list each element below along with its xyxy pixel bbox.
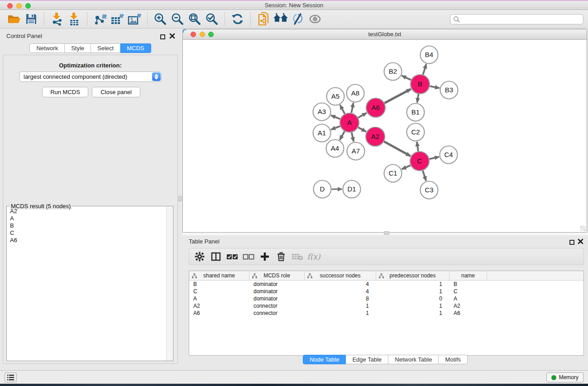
- graph-edge-C-C1[interactable]: [402, 165, 411, 169]
- graph-node-D1[interactable]: D1: [343, 181, 361, 198]
- table-cell[interactable]: A6: [449, 310, 487, 317]
- mcds-result-list[interactable]: A2ABCA6: [7, 208, 167, 360]
- graph-node-A3[interactable]: A3: [313, 103, 331, 121]
- float-table-panel-icon[interactable]: [569, 238, 574, 247]
- task-history-button[interactable]: [5, 372, 17, 382]
- table-cell[interactable]: A: [449, 295, 487, 302]
- column-header-MCDS-role[interactable]: MCDS role: [249, 271, 305, 280]
- close-table-panel-icon[interactable]: [578, 238, 583, 246]
- table-cell[interactable]: A2: [449, 302, 487, 310]
- close-panel-button[interactable]: Close panel: [92, 87, 140, 97]
- result-list-item[interactable]: A2: [7, 208, 167, 215]
- table-cell[interactable]: 1: [376, 310, 449, 317]
- graph-edge-C-C2[interactable]: [417, 142, 418, 151]
- gear-icon[interactable]: [193, 250, 206, 263]
- graph-edge-A-A5[interactable]: [340, 105, 344, 114]
- float-panel-icon[interactable]: [160, 33, 165, 41]
- graph-node-A2[interactable]: A2: [366, 127, 385, 146]
- graph-edge-A-A8[interactable]: [351, 103, 353, 113]
- table-cell[interactable]: A2: [189, 302, 249, 310]
- graph-edge-C-C3[interactable]: [423, 171, 426, 181]
- table-cell[interactable]: 1: [305, 302, 376, 310]
- graph-node-A4[interactable]: A4: [326, 140, 344, 157]
- zoom-selected-icon[interactable]: [203, 11, 220, 27]
- export-image-icon[interactable]: [126, 11, 143, 27]
- graph-edge-A2-C[interactable]: [384, 142, 411, 156]
- memory-button[interactable]: Memory: [546, 372, 583, 382]
- table-row[interactable]: Adominator80A: [189, 295, 583, 302]
- tab-select[interactable]: Select: [91, 43, 120, 53]
- resize-grip-icon[interactable]: [580, 226, 586, 231]
- hide-details-icon[interactable]: [289, 11, 306, 27]
- table-cell[interactable]: connector: [249, 302, 305, 310]
- network-canvas[interactable]: B4B2BB3A5A8A6B1A3AC2A1A2A4A7C4CC1C3DD1: [183, 40, 587, 232]
- graph-node-B[interactable]: B: [411, 75, 430, 94]
- table-cell[interactable]: C: [189, 288, 249, 295]
- vertical-splitter[interactable]: [178, 29, 182, 370]
- graph-edge-A-A1[interactable]: [331, 126, 340, 130]
- search-input[interactable]: [450, 14, 583, 24]
- zoom-fit-icon[interactable]: [186, 11, 203, 27]
- network-graph[interactable]: B4B2BB3A5A8A6B1A3AC2A1A2A4A7C4CC1C3DD1: [183, 40, 587, 232]
- column-header-name[interactable]: name: [449, 271, 487, 280]
- graph-node-A7[interactable]: A7: [347, 143, 365, 160]
- save-session-icon[interactable]: [23, 11, 40, 27]
- graph-node-A8[interactable]: A8: [347, 85, 364, 102]
- graph-edge-A-A6[interactable]: [358, 113, 367, 118]
- minimize-window-icon[interactable]: [16, 3, 22, 9]
- maximize-network-icon[interactable]: [208, 32, 214, 37]
- tab-style[interactable]: Style: [65, 43, 91, 53]
- table-cell[interactable]: connector: [249, 310, 305, 317]
- graph-node-C2[interactable]: C2: [407, 124, 425, 141]
- graph-edge-B-B1[interactable]: [417, 94, 418, 103]
- tab-edge-table[interactable]: Edge Table: [346, 355, 388, 364]
- table-row[interactable]: Bdominator41B: [189, 281, 583, 288]
- result-list-item[interactable]: A: [7, 215, 167, 222]
- table-cell[interactable]: dominator: [249, 295, 305, 302]
- column-header-shared-name[interactable]: shared name: [189, 271, 249, 280]
- table-row[interactable]: Cdominator41C: [189, 288, 583, 295]
- deselect-all-icon[interactable]: [242, 250, 255, 263]
- result-scrollbar[interactable]: [166, 207, 172, 361]
- graph-edge-B-B3[interactable]: [430, 86, 440, 88]
- tab-node-table[interactable]: Node Table: [303, 355, 346, 364]
- table-row[interactable]: A2connector11A2: [189, 302, 583, 310]
- table-cell[interactable]: 1: [376, 288, 449, 295]
- run-mcds-button[interactable]: Run MCDS: [42, 87, 88, 97]
- close-panel-icon[interactable]: [169, 33, 175, 41]
- tab-mcds[interactable]: MCDS: [120, 43, 151, 53]
- table-cell[interactable]: 4: [305, 281, 376, 288]
- table-row[interactable]: A6connector11A6: [189, 310, 583, 317]
- tab-motifs[interactable]: Motifs: [439, 355, 468, 364]
- search-field[interactable]: [450, 14, 583, 24]
- refresh-icon[interactable]: [229, 11, 246, 27]
- trash-icon[interactable]: [274, 250, 288, 263]
- zoom-in-icon[interactable]: [152, 11, 169, 27]
- function-icon[interactable]: f(x): [307, 250, 320, 263]
- graph-edge-A6-B[interactable]: [384, 89, 411, 103]
- table-cell[interactable]: dominator: [249, 281, 305, 288]
- node-table[interactable]: shared nameMCDS rolesuccessor nodesprede…: [189, 271, 584, 356]
- minimize-network-icon[interactable]: [200, 32, 205, 37]
- graph-node-A5[interactable]: A5: [327, 88, 344, 105]
- column-header-successor-nodes[interactable]: successor nodes: [305, 271, 376, 280]
- graph-node-A[interactable]: A: [340, 113, 359, 132]
- graph-node-D[interactable]: D: [314, 181, 331, 198]
- table-cell[interactable]: 1: [376, 302, 449, 310]
- tab-network-table[interactable]: Network Table: [388, 355, 439, 364]
- table-cell[interactable]: 1: [305, 310, 376, 317]
- table-cell[interactable]: 0: [376, 295, 449, 302]
- export-network-icon[interactable]: [91, 11, 109, 27]
- graph-node-B3[interactable]: B3: [440, 81, 458, 99]
- column-header-predecessor-nodes[interactable]: predecessor nodes: [376, 271, 449, 280]
- table-body[interactable]: Bdominator41BCdominator41CAdominator80AA…: [189, 281, 583, 317]
- graph-edge-A-A2[interactable]: [358, 128, 366, 132]
- graph-edge-B-B2[interactable]: [402, 76, 411, 80]
- columns-icon[interactable]: [209, 250, 223, 263]
- table-cell[interactable]: B: [189, 281, 249, 288]
- network-window-titlebar[interactable]: testGlobe.txt: [183, 29, 587, 40]
- add-column-icon[interactable]: [258, 250, 272, 263]
- result-list-item[interactable]: C: [7, 229, 167, 237]
- open-file-icon[interactable]: [5, 11, 23, 27]
- close-network-icon[interactable]: [191, 32, 196, 37]
